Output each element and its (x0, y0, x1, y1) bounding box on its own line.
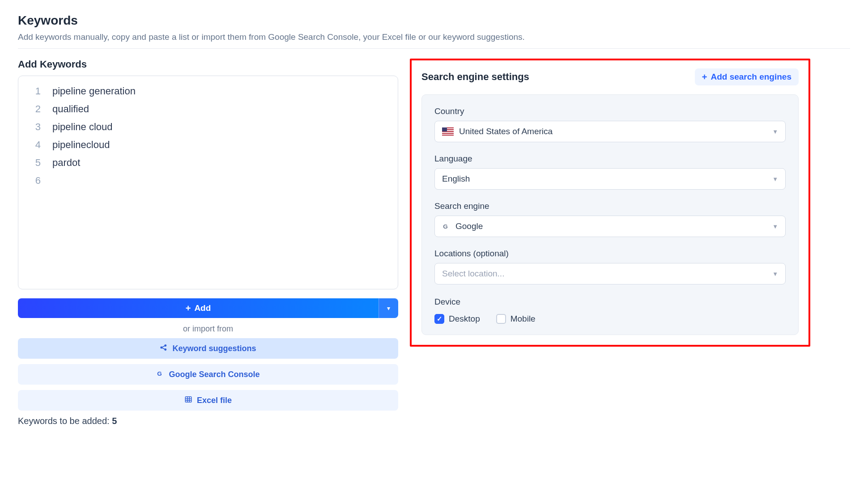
device-desktop-checkbox[interactable]: ✓ Desktop (434, 314, 480, 324)
country-select[interactable]: United States of America ▼ (434, 121, 786, 142)
chevron-down-icon: ▼ (772, 128, 778, 135)
page-subtitle: Add keywords manually, copy and paste a … (18, 32, 850, 42)
keyword-line-number: 4 (27, 136, 41, 154)
google-search-console-label: Google Search Console (169, 370, 260, 379)
keyword-row: 2 qualified (27, 100, 389, 118)
keyword-text[interactable]: pipeline generation (52, 82, 136, 100)
keyword-line-number: 5 (27, 154, 41, 172)
keyword-row: 4 pipelinecloud (27, 136, 389, 154)
svg-point-1 (165, 344, 166, 346)
chevron-down-icon: ▾ (387, 305, 390, 312)
chevron-down-icon: ▼ (772, 271, 778, 277)
search-engine-select[interactable]: G Google ▼ (434, 216, 786, 237)
page-header: Keywords Add keywords manually, copy and… (18, 13, 850, 49)
svg-line-3 (162, 346, 165, 347)
locations-label: Locations (optional) (434, 249, 786, 259)
us-flag-icon (442, 127, 454, 136)
keyword-row: 5 pardot (27, 154, 389, 172)
keyword-text[interactable]: pipelinecloud (52, 136, 110, 154)
plus-icon: + (186, 304, 191, 313)
search-engine-settings-panel: Search engine settings + Add search engi… (410, 59, 810, 347)
share-icon (160, 344, 168, 354)
add-button-dropdown[interactable]: ▾ (379, 298, 398, 318)
keyword-text[interactable]: pipeline cloud (52, 118, 113, 136)
device-label: Device (434, 297, 786, 307)
add-button[interactable]: + Add (18, 298, 379, 318)
keyword-row: 1 pipeline generation (27, 82, 389, 100)
keywords-count-value: 5 (112, 416, 117, 426)
keywords-input-box[interactable]: 1 pipeline generation 2 qualified 3 pipe… (18, 76, 398, 289)
keyword-row: 3 pipeline cloud (27, 118, 389, 136)
keyword-line-number: 2 (27, 100, 41, 118)
keyword-text[interactable]: pardot (52, 154, 80, 172)
svg-rect-14 (442, 132, 454, 133)
keyword-line-number: 6 (27, 172, 41, 190)
language-label: Language (434, 154, 786, 164)
svg-line-4 (162, 348, 165, 349)
add-search-engines-label: Add search engines (711, 72, 791, 82)
keyword-line-number: 3 (27, 118, 41, 136)
device-mobile-checkbox[interactable]: Mobile (496, 314, 536, 324)
import-separator-text: or import from (18, 324, 398, 334)
excel-file-button[interactable]: Excel file (18, 390, 398, 411)
checkbox-unchecked-icon (496, 314, 506, 324)
keywords-count-label: Keywords to be added: (18, 416, 110, 426)
excel-icon (184, 395, 192, 406)
google-icon: G (156, 369, 164, 380)
excel-file-label: Excel file (197, 396, 232, 405)
country-value: United States of America (459, 127, 553, 136)
keywords-count: Keywords to be added: 5 (18, 416, 398, 426)
svg-text:G: G (443, 223, 448, 230)
country-label: Country (434, 106, 786, 116)
search-engine-label: Search engine (434, 201, 786, 211)
add-keywords-column: Add Keywords 1 pipeline generation 2 qua… (18, 59, 398, 426)
svg-text:G: G (157, 370, 162, 377)
language-value: English (442, 174, 470, 184)
checkbox-checked-icon: ✓ (434, 314, 444, 324)
svg-point-0 (161, 347, 162, 348)
search-engine-settings-body: Country United Stat (421, 94, 799, 335)
google-icon: G (442, 222, 450, 230)
locations-placeholder: Select location... (442, 269, 504, 279)
chevron-down-icon: ▼ (772, 176, 778, 182)
add-keywords-title: Add Keywords (18, 59, 398, 70)
keyword-line-number: 1 (27, 82, 41, 100)
device-desktop-label: Desktop (449, 314, 480, 324)
svg-point-2 (165, 348, 166, 350)
search-engine-settings-title: Search engine settings (421, 71, 529, 83)
svg-rect-15 (442, 134, 454, 135)
add-button-label: Add (194, 303, 211, 313)
search-engine-value: Google (455, 221, 483, 231)
svg-rect-16 (442, 127, 447, 131)
language-select[interactable]: English ▼ (434, 168, 786, 190)
add-search-engines-button[interactable]: + Add search engines (695, 68, 799, 85)
device-mobile-label: Mobile (511, 314, 536, 324)
keyword-suggestions-label: Keyword suggestions (172, 344, 256, 353)
page-title: Keywords (18, 13, 850, 28)
locations-select[interactable]: Select location... ▼ (434, 263, 786, 284)
keyword-row: 6 (27, 172, 389, 190)
keyword-text[interactable]: qualified (52, 100, 89, 118)
chevron-down-icon: ▼ (772, 223, 778, 230)
plus-icon: + (702, 72, 707, 81)
google-search-console-button[interactable]: G Google Search Console (18, 364, 398, 385)
svg-rect-6 (185, 397, 191, 402)
keyword-suggestions-button[interactable]: Keyword suggestions (18, 338, 398, 359)
